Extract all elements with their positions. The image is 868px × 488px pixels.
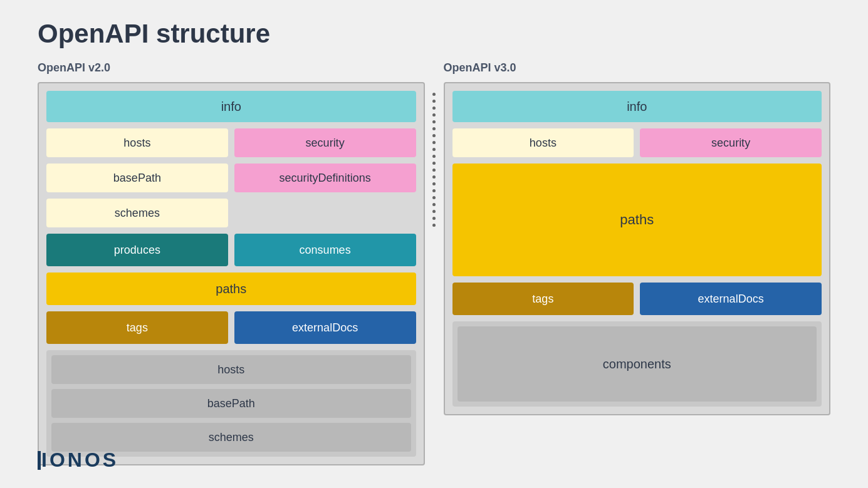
- v3-hosts-wrapper: hosts: [452, 128, 634, 157]
- logo-bar-i: [38, 451, 41, 470]
- dot2: [432, 100, 436, 103]
- v2-consumes-block: consumes: [234, 234, 416, 266]
- v3-security-block: security: [640, 128, 822, 157]
- v3-hosts-block: hosts: [452, 128, 634, 157]
- v3-security-wrapper: security: [640, 128, 822, 157]
- v2-tags-block: tags: [46, 311, 228, 344]
- logo-text: IONOS: [41, 449, 118, 471]
- dot7: [432, 134, 436, 137]
- v3-tags-wrapper: tags: [452, 283, 634, 315]
- dot8: [432, 141, 436, 144]
- v3-row1: hosts security: [452, 128, 822, 157]
- v2-basepath-block: basePath: [46, 164, 228, 192]
- v3-diagram: OpenAPI v3.0 info hosts security paths t…: [444, 61, 831, 415]
- v2-col-right: security securityDefinitions: [234, 128, 416, 227]
- dot17: [432, 203, 436, 206]
- v3-row2: tags externalDocs: [452, 283, 822, 315]
- v2-produces-block: produces: [46, 234, 228, 266]
- v2-hosts-block: hosts: [46, 128, 228, 157]
- v3-externaldocs-block: externalDocs: [640, 283, 822, 315]
- dot19: [432, 217, 436, 220]
- dot12: [432, 169, 436, 172]
- v3-gray-section: components: [452, 321, 822, 407]
- v2-externaldocs-wrapper: externalDocs: [234, 311, 416, 344]
- divider: [425, 61, 444, 227]
- dot14: [432, 182, 436, 185]
- dot11: [432, 162, 436, 165]
- ionos-logo: IONOS: [38, 447, 118, 472]
- dot16: [432, 196, 436, 199]
- v2-row2: produces consumes: [46, 234, 416, 266]
- dot4: [432, 113, 436, 117]
- page-title: OpenAPI structure: [38, 19, 830, 49]
- diagrams-container: OpenAPI v2.0 info hosts basePath schemes…: [38, 61, 830, 465]
- dot20: [432, 224, 436, 227]
- dot1: [432, 93, 436, 96]
- dot15: [432, 189, 436, 192]
- v2-produces-wrapper: produces: [46, 234, 228, 266]
- dot13: [432, 175, 436, 179]
- dot9: [432, 148, 436, 151]
- dot18: [432, 210, 436, 213]
- v2-schemes-block: schemes: [46, 199, 228, 227]
- v3-paths-block: paths: [452, 164, 822, 276]
- v2-row1: hosts basePath schemes security security…: [46, 128, 416, 227]
- v3-components-block: components: [458, 326, 817, 402]
- v2-label: OpenAPI v2.0: [38, 61, 425, 75]
- v2-basepath2-block: basePath: [51, 389, 411, 418]
- v2-row3: tags externalDocs: [46, 311, 416, 344]
- v2-hosts2-block: hosts: [51, 355, 411, 384]
- v3-box: info hosts security paths tags externalD…: [444, 82, 831, 415]
- v2-info-block: info: [46, 91, 416, 122]
- dot5: [432, 120, 436, 123]
- v2-box: info hosts basePath schemes security sec…: [38, 82, 425, 465]
- v3-externaldocs-wrapper: externalDocs: [640, 283, 822, 315]
- v2-gray-section: hosts basePath schemes: [46, 350, 416, 457]
- v3-label: OpenAPI v3.0: [444, 61, 831, 75]
- v2-tags-wrapper: tags: [46, 311, 228, 344]
- v2-col-left: hosts basePath schemes: [46, 128, 228, 227]
- v2-security-block: security: [234, 128, 416, 157]
- v2-consumes-wrapper: consumes: [234, 234, 416, 266]
- v2-paths-block: paths: [46, 273, 416, 305]
- v3-tags-block: tags: [452, 283, 634, 315]
- dot3: [432, 106, 436, 110]
- v3-info-block: info: [452, 91, 822, 122]
- v2-diagram: OpenAPI v2.0 info hosts basePath schemes…: [38, 61, 425, 465]
- v2-externaldocs-block: externalDocs: [234, 311, 416, 344]
- dot6: [432, 127, 436, 130]
- v2-security-defs-block: securityDefinitions: [234, 164, 416, 192]
- dot10: [432, 155, 436, 158]
